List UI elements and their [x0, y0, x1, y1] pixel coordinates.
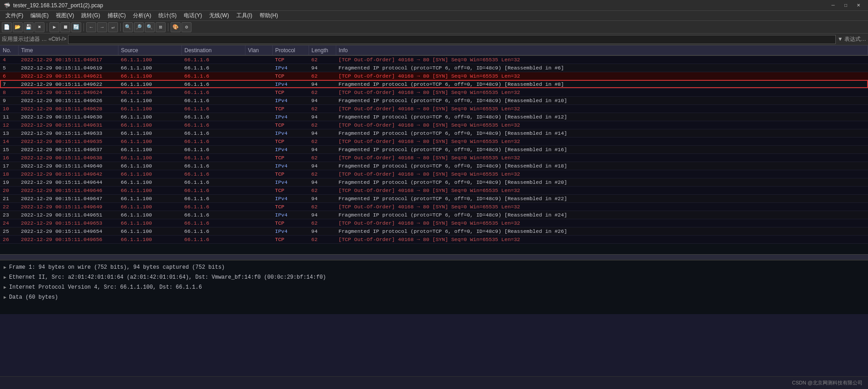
table-row[interactable]: 72022-12-29 00:15:11.04962266.1.1.10066.…	[0, 80, 868, 88]
detail-ip-text: Internet Protocol Version 4, Src: 66.1.1…	[9, 284, 202, 291]
cell-info: [TCP Out-Of-Order] 40168 → 80 [SYN] Seq=…	[336, 202, 868, 211]
cell-source: 66.1.1.100	[118, 137, 181, 145]
cell-vlan	[245, 88, 272, 96]
table-row[interactable]: 62022-12-29 00:15:11.04962166.1.1.10066.…	[0, 72, 868, 80]
tb-stop-capture[interactable]: ⏹	[60, 22, 70, 32]
table-row[interactable]: 252022-12-29 00:15:11.04965466.1.1.10066…	[0, 227, 868, 235]
table-row[interactable]: 142022-12-29 00:15:11.04963566.1.1.10066…	[0, 137, 868, 145]
table-row[interactable]: 172022-12-29 00:15:11.04964066.1.1.10066…	[0, 162, 868, 170]
cell-no: 11	[0, 113, 18, 121]
tb-restart[interactable]: 🔄	[71, 22, 81, 32]
table-row[interactable]: 262022-12-29 00:15:11.04965666.1.1.10066…	[0, 235, 868, 243]
col-source[interactable]: Source	[118, 45, 181, 55]
menu-capture[interactable]: 捕获(C)	[104, 11, 130, 20]
cell-source: 66.1.1.100	[118, 64, 181, 72]
packet-table-container[interactable]: No. Time Source Destination Vlan Protoco…	[0, 45, 868, 254]
tb-open[interactable]: 📂	[13, 22, 23, 32]
menu-view[interactable]: 视图(V)	[52, 11, 78, 20]
detail-ip[interactable]: ▶ Internet Protocol Version 4, Src: 66.1…	[0, 282, 868, 292]
tb-colorize[interactable]: 🎨	[171, 22, 181, 32]
tb-back[interactable]: ←	[86, 22, 96, 32]
table-row[interactable]: 212022-12-29 00:15:11.04964766.1.1.10066…	[0, 194, 868, 202]
maximize-button[interactable]: □	[840, 1, 852, 10]
cell-time: 2022-12-29 00:15:11.049653	[18, 219, 118, 227]
menu-tools[interactable]: 工具(I)	[233, 11, 256, 20]
table-row[interactable]: 92022-12-29 00:15:11.04962666.1.1.10066.…	[0, 96, 868, 104]
col-no[interactable]: No.	[0, 45, 18, 55]
table-row[interactable]: 222022-12-29 00:15:11.04964966.1.1.10066…	[0, 202, 868, 211]
col-protocol[interactable]: Protocol	[272, 45, 309, 55]
cell-vlan	[245, 64, 272, 72]
cell-protocol: IPv4	[272, 227, 309, 235]
tb-forward[interactable]: →	[97, 22, 107, 32]
tb-goto[interactable]: ↵	[108, 22, 118, 32]
table-row[interactable]: 52022-12-29 00:15:11.04961966.1.1.10066.…	[0, 64, 868, 72]
cell-source: 66.1.1.100	[118, 55, 181, 64]
close-button[interactable]: ✕	[853, 1, 864, 10]
menu-go[interactable]: 跳转(G)	[78, 11, 103, 20]
detail-frame[interactable]: ▶ Frame 1: 94 bytes on wire (752 bits), …	[0, 262, 868, 272]
cell-source: 66.1.1.100	[118, 145, 181, 153]
tb-zoom-normal[interactable]: ⊠	[156, 22, 166, 32]
table-row[interactable]: 242022-12-29 00:15:11.04965366.1.1.10066…	[0, 219, 868, 227]
horizontal-scrollbar[interactable]	[0, 254, 868, 260]
table-row[interactable]: 202022-12-29 00:15:11.04964666.1.1.10066…	[0, 186, 868, 194]
col-dest[interactable]: Destination	[181, 45, 245, 55]
col-vlan[interactable]: Vlan	[245, 45, 272, 55]
cell-time: 2022-12-29 00:15:11.049638	[18, 153, 118, 162]
filter-expression-btn[interactable]: ▼ 表达式…	[838, 35, 866, 43]
menu-analyze[interactable]: 分析(A)	[129, 11, 155, 20]
cell-length: 62	[309, 170, 336, 178]
tb-save[interactable]: 💾	[24, 22, 34, 32]
cell-source: 66.1.1.100	[118, 153, 181, 162]
table-row[interactable]: 192022-12-29 00:15:11.04964466.1.1.10066…	[0, 178, 868, 186]
detail-ethernet[interactable]: ▶ Ethernet II, Src: a2:01:42:01:01:64 (a…	[0, 272, 868, 282]
tb-start-capture[interactable]: ▶	[49, 22, 59, 32]
table-row[interactable]: 132022-12-29 00:15:11.04963366.1.1.10066…	[0, 129, 868, 137]
cell-vlan	[245, 170, 272, 178]
menu-stats[interactable]: 统计(S)	[155, 11, 180, 20]
table-row[interactable]: 102022-12-29 00:15:11.04962866.1.1.10066…	[0, 104, 868, 113]
tb-sep-1	[47, 23, 47, 31]
tb-close[interactable]: ✖	[34, 22, 44, 32]
cell-time: 2022-12-29 00:15:11.049631	[18, 121, 118, 129]
menu-wireless[interactable]: 无线(W)	[206, 11, 232, 20]
detail-data-text: Data (60 bytes)	[9, 294, 58, 300]
table-row[interactable]: 82022-12-29 00:15:11.04962466.1.1.10066.…	[0, 88, 868, 96]
tb-zoom-out[interactable]: 🔍	[145, 22, 155, 32]
tb-new[interactable]: 📄	[2, 22, 12, 32]
tb-prefs[interactable]: ⚙	[181, 22, 191, 32]
menu-phone[interactable]: 电话(Y)	[180, 11, 206, 20]
col-time[interactable]: Time	[18, 45, 118, 55]
table-row[interactable]: 122022-12-29 00:15:11.04963166.1.1.10066…	[0, 121, 868, 129]
cell-protocol: TCP	[272, 72, 309, 80]
filter-input[interactable]	[68, 35, 835, 44]
cell-no: 16	[0, 153, 18, 162]
cell-no: 20	[0, 186, 18, 194]
table-row[interactable]: 232022-12-29 00:15:11.04965166.1.1.10066…	[0, 211, 868, 219]
cell-dest: 66.1.1.6	[181, 104, 245, 113]
cell-vlan	[245, 96, 272, 104]
cell-length: 94	[309, 227, 336, 235]
table-row[interactable]: 182022-12-29 00:15:11.04964266.1.1.10066…	[0, 170, 868, 178]
detail-data[interactable]: ▶ Data (60 bytes)	[0, 292, 868, 302]
cell-no: 4	[0, 55, 18, 64]
table-row[interactable]: 162022-12-29 00:15:11.04963866.1.1.10066…	[0, 153, 868, 162]
table-row[interactable]: 42022-12-29 00:15:11.04961766.1.1.10066.…	[0, 55, 868, 64]
menu-file[interactable]: 文件(F)	[2, 11, 27, 20]
table-row[interactable]: 112022-12-29 00:15:11.04963066.1.1.10066…	[0, 113, 868, 121]
cell-source: 66.1.1.100	[118, 170, 181, 178]
cell-source: 66.1.1.100	[118, 227, 181, 235]
menu-edit[interactable]: 编辑(E)	[27, 11, 52, 20]
cell-info: Fragmented IP protocol (proto=TCP 6, off…	[336, 129, 868, 137]
tb-find[interactable]: 🔍	[123, 22, 133, 32]
cell-time: 2022-12-29 00:15:11.049654	[18, 227, 118, 235]
cell-dest: 66.1.1.6	[181, 227, 245, 235]
cell-vlan	[245, 80, 272, 88]
table-row[interactable]: 152022-12-29 00:15:11.04963766.1.1.10066…	[0, 145, 868, 153]
minimize-button[interactable]: ─	[827, 1, 839, 10]
col-info[interactable]: Info	[336, 45, 868, 55]
tb-zoom-in[interactable]: 🔎	[134, 22, 144, 32]
menu-help[interactable]: 帮助(H)	[256, 11, 282, 20]
col-length[interactable]: Length	[309, 45, 336, 55]
